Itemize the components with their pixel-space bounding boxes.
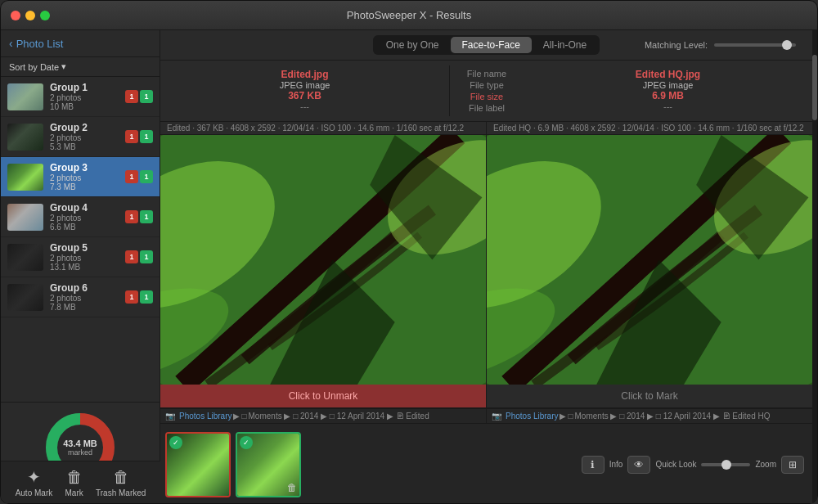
matching-level-label: Matching Level: bbox=[645, 40, 708, 50]
group-badges-5: 1 1 bbox=[125, 250, 153, 263]
badge-red-5: 1 bbox=[125, 250, 138, 263]
info-bar-left: Edited · 367 KB · 4608 x 2592 · 12/04/14… bbox=[160, 122, 487, 134]
trash-marked-button[interactable]: 🗑 Trash Marked bbox=[96, 468, 146, 497]
tab-face-to-face[interactable]: Face-to-Face bbox=[451, 37, 532, 53]
group-name-3: Group 3 bbox=[50, 162, 122, 173]
trash-icon: 🗑 bbox=[113, 468, 129, 487]
tab-one-by-one[interactable]: One by One bbox=[375, 37, 451, 53]
file-type-label: File type bbox=[470, 80, 504, 90]
badge-green-6: 1 bbox=[140, 290, 153, 304]
compare-header: Edited.jpg JPEG image 367 KB --- File na… bbox=[160, 61, 812, 122]
info-bar: Edited · 367 KB · 4608 x 2592 · 12/04/14… bbox=[160, 122, 812, 135]
left-type: JPEG image bbox=[280, 80, 330, 90]
compare-header-middle: File name File type File size File label bbox=[450, 65, 524, 116]
group-badges-2: 1 1 bbox=[125, 130, 153, 143]
bottom-right-controls: ℹ Info 👁 Quick Look Zoom ⊞ bbox=[573, 451, 812, 479]
scrollbar[interactable] bbox=[812, 30, 817, 504]
group-thumb-2 bbox=[7, 124, 43, 151]
quick-look-button[interactable]: 👁 bbox=[627, 456, 650, 474]
badge-red-1: 1 bbox=[125, 90, 138, 103]
group-thumb-6 bbox=[7, 284, 43, 311]
path-icon-left: 📷 bbox=[165, 412, 175, 421]
file-label-label: File label bbox=[469, 103, 505, 113]
group-name-1: Group 1 bbox=[50, 82, 122, 93]
traffic-lights bbox=[11, 11, 50, 20]
donut-size: 43.4 MB bbox=[63, 439, 97, 448]
left-mark-bar[interactable]: Click to Unmark bbox=[160, 385, 486, 407]
group-item-1[interactable]: Group 1 2 photos 10 MB 1 1 bbox=[1, 77, 160, 117]
path-bar-left: 📷 Photos Library ▶ □ Moments ▶ □ 2014 ▶ … bbox=[160, 408, 487, 423]
left-filename: Edited.jpg bbox=[281, 69, 329, 80]
images-row: Click to Unmark bbox=[160, 135, 812, 407]
matching-level-slider[interactable] bbox=[714, 43, 796, 47]
group-sub-4: 2 photos 6.6 MB bbox=[50, 214, 122, 232]
thumb-badge-1: ✓ bbox=[169, 436, 182, 449]
group-badges-4: 1 1 bbox=[125, 210, 153, 223]
group-thumb-3 bbox=[7, 164, 43, 191]
donut-label: 43.4 MB marked bbox=[63, 439, 97, 457]
badge-green-2: 1 bbox=[140, 130, 153, 143]
group-badges-6: 1 1 bbox=[125, 290, 153, 304]
left-size: 367 KB bbox=[288, 90, 321, 101]
group-thumb-5 bbox=[7, 244, 43, 271]
group-item-4[interactable]: Group 4 2 photos 6.6 MB 1 1 bbox=[1, 197, 160, 237]
badge-green-3: 1 bbox=[140, 170, 153, 183]
trash-marked-label: Trash Marked bbox=[96, 488, 146, 497]
sort-label[interactable]: Sort by Date ▾ bbox=[9, 61, 151, 72]
content-area: One by One Face-to-Face All-in-One Match… bbox=[160, 30, 812, 504]
compare-side-left: Edited.jpg JPEG image 367 KB --- bbox=[160, 65, 450, 116]
group-name-6: Group 6 bbox=[50, 282, 122, 294]
thumbnail-1[interactable]: ✓ bbox=[165, 432, 231, 497]
matching-level: Matching Level: bbox=[645, 40, 796, 50]
badge-red-6: 1 bbox=[125, 290, 138, 304]
auto-mark-label: Auto Mark bbox=[16, 488, 53, 497]
group-name-5: Group 5 bbox=[50, 242, 122, 254]
group-item-2[interactable]: Group 2 2 photos 5.3 MB 1 1 bbox=[1, 117, 160, 157]
tab-all-in-one[interactable]: All-in-One bbox=[532, 37, 598, 53]
trash-icon-thumb[interactable]: 🗑 bbox=[287, 482, 297, 493]
sidebar-header[interactable]: ‹ Photo List bbox=[1, 30, 160, 57]
thumbnails-area: ✓ ✓ 🗑 bbox=[160, 427, 573, 502]
sort-bar[interactable]: Sort by Date ▾ bbox=[1, 57, 160, 77]
mark-label: Mark bbox=[65, 488, 83, 497]
title-bar: PhotoSweeper X - Results bbox=[1, 1, 817, 30]
maximize-button[interactable] bbox=[40, 11, 50, 20]
path-icon-right: 📷 bbox=[492, 412, 501, 421]
group-sub-3: 2 photos 7.3 MB bbox=[50, 173, 122, 191]
group-item-5[interactable]: Group 5 2 photos 13.1 MB 1 1 bbox=[1, 237, 160, 277]
tabs: One by One Face-to-Face All-in-One bbox=[373, 35, 600, 55]
group-sub-6: 2 photos 7.8 MB bbox=[50, 294, 122, 312]
right-filename: Edited HQ.jpg bbox=[636, 69, 700, 80]
group-badges-3: 1 1 bbox=[125, 170, 153, 183]
minimize-button[interactable] bbox=[25, 11, 35, 20]
main-image-left[interactable] bbox=[160, 135, 486, 385]
right-mark-bar[interactable]: Click to Mark bbox=[487, 385, 812, 407]
group-name-4: Group 4 bbox=[50, 202, 122, 214]
thumb-badge-2: ✓ bbox=[240, 436, 253, 449]
group-list: Group 1 2 photos 10 MB 1 1 bbox=[1, 77, 160, 402]
mark-button[interactable]: 🗑 Mark bbox=[65, 468, 83, 497]
right-size: 6.9 MB bbox=[652, 90, 684, 101]
thumbnail-2[interactable]: ✓ 🗑 bbox=[236, 432, 301, 497]
group-thumb-4 bbox=[7, 204, 43, 231]
left-toolbar: ✦ Auto Mark 🗑 Mark 🗑 Trash Marked bbox=[1, 461, 160, 503]
group-item-6[interactable]: Group 6 2 photos 7.8 MB 1 1 bbox=[1, 277, 160, 317]
badge-green-1: 1 bbox=[140, 90, 153, 103]
info-button[interactable]: ℹ bbox=[582, 456, 605, 474]
close-button[interactable] bbox=[11, 11, 20, 20]
zoom-slider[interactable] bbox=[701, 463, 750, 466]
sidebar: ‹ Photo List Sort by Date ▾ Group 1 bbox=[1, 30, 160, 504]
zoom-expand-button[interactable]: ⊞ bbox=[781, 456, 804, 474]
group-thumb-1 bbox=[7, 83, 43, 110]
info-bar-right: Edited HQ · 6.9 MB · 4608 x 2592 · 12/04… bbox=[487, 122, 812, 134]
path-bar-right: 📷 Photos Library ▶ □ Moments ▶ □ 2014 ▶ … bbox=[487, 408, 812, 423]
main-image-right[interactable] bbox=[487, 135, 812, 385]
group-sub-1: 2 photos 10 MB bbox=[50, 93, 122, 111]
group-item-3[interactable]: Group 3 2 photos 7.3 MB 1 1 bbox=[1, 157, 160, 197]
photo-list-back[interactable]: Photo List bbox=[16, 38, 64, 50]
auto-mark-button[interactable]: ✦ Auto Mark bbox=[16, 467, 53, 497]
group-sub-5: 2 photos 13.1 MB bbox=[50, 254, 122, 272]
mark-icon: 🗑 bbox=[66, 468, 83, 487]
file-size-label: File size bbox=[470, 92, 503, 101]
tab-bar: One by One Face-to-Face All-in-One Match… bbox=[160, 30, 812, 61]
